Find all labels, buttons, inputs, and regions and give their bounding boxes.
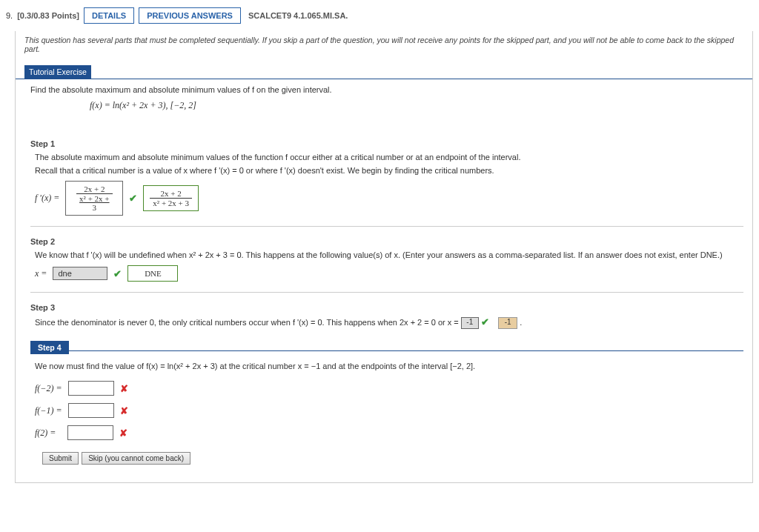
step3-input[interactable]: -1 xyxy=(461,317,479,329)
tutorial-exercise-label: Tutorial Exercise xyxy=(24,65,91,79)
tutorial-exercise-section: Tutorial Exercise Find the absolute maxi… xyxy=(16,62,752,123)
step4-row-1: f(−2) = ✘ xyxy=(35,381,743,396)
sequential-note: This question has several parts that mus… xyxy=(16,31,752,62)
step3-title: Step 3 xyxy=(30,303,743,312)
submit-row: Submit Skip (you cannot come back) xyxy=(42,452,743,465)
step4-row-2: f(−1) = ✘ xyxy=(35,403,743,418)
step4-input-1[interactable] xyxy=(68,381,114,396)
checkmark-icon: ✔ xyxy=(129,193,137,204)
step1-correct-answer: 2x + 2 x² + 2x + 3 xyxy=(143,185,199,211)
step4-row-3: f(2) = ✘ xyxy=(35,425,743,440)
step4-input-3[interactable] xyxy=(67,425,113,440)
step3-correct-answer: -1 xyxy=(498,317,517,329)
step1-input[interactable]: 2x + 2 x² + 2x + 3 xyxy=(65,181,123,216)
crossmark-icon: ✘ xyxy=(120,405,128,416)
step2-equation-row: x = dne ✔ DNE xyxy=(35,265,743,282)
step3-text: Since the denominator is never 0, the on… xyxy=(35,318,461,327)
skip-button[interactable]: Skip (you cannot come back) xyxy=(82,452,190,465)
question-reference: SCALCET9 4.1.065.MI.SA. xyxy=(248,11,348,20)
question-number: 9. xyxy=(6,11,13,20)
checkmark-icon: ✔ xyxy=(113,268,122,279)
previous-answers-button[interactable]: PREVIOUS ANSWERS xyxy=(139,7,241,24)
step2-lhs: x = xyxy=(35,267,47,281)
step4-f-neg1-label: f(−1) = xyxy=(35,404,62,418)
step2-text: We know that f '(x) will be undefined wh… xyxy=(35,250,743,259)
step4-text: We now must find the value of f(x) = ln(… xyxy=(35,362,743,370)
crossmark-icon: ✘ xyxy=(119,428,127,439)
step2-correct-answer: DNE xyxy=(127,265,178,282)
step1-text-2: Recall that a critical number is a value… xyxy=(35,166,743,175)
step1-lhs: f '(x) = xyxy=(35,191,59,205)
step4-f-2-label: f(2) = xyxy=(35,426,56,440)
step4-title: Step 4 xyxy=(30,341,69,354)
step4-header: Step 4 xyxy=(30,341,743,354)
points-label: [0.3/0.83 Points] xyxy=(17,11,79,20)
tutorial-instruction: Find the absolute maximum and absolute m… xyxy=(30,85,743,94)
step4-f-neg2-label: f(−2) = xyxy=(35,382,62,396)
question-header: 9. [0.3/0.83 Points] DETAILS PREVIOUS AN… xyxy=(6,7,753,24)
step1-title: Step 1 xyxy=(30,139,743,148)
step2-input[interactable]: dne xyxy=(53,267,107,280)
step1-equation-row: f '(x) = 2x + 2 x² + 2x + 3 ✔ 2x + 2 x² … xyxy=(35,181,743,216)
step4-input-2[interactable] xyxy=(68,403,114,418)
question-body: This question has several parts that mus… xyxy=(15,31,753,483)
checkmark-icon: ✔ xyxy=(481,316,489,327)
tutorial-equation: f(x) = ln(x² + 2x + 3), [−2, 2] xyxy=(90,99,743,113)
step3-row: Since the denominator is never 0, the on… xyxy=(35,316,743,329)
crossmark-icon: ✘ xyxy=(120,383,128,394)
step2-title: Step 2 xyxy=(30,237,743,246)
submit-button[interactable]: Submit xyxy=(42,452,79,465)
details-button[interactable]: DETAILS xyxy=(84,7,134,24)
step1-text-1: The absolute maximum and absolute minimu… xyxy=(35,153,743,162)
